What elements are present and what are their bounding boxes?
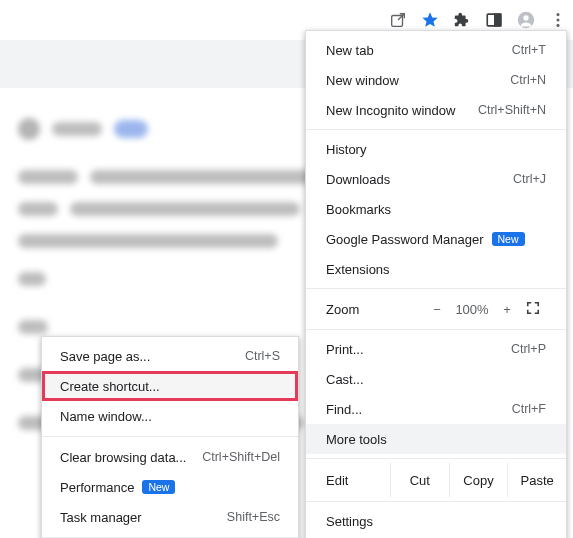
menu-find[interactable]: Find...Ctrl+F [306,394,566,424]
menu-downloads[interactable]: DownloadsCtrl+J [306,164,566,194]
new-badge: New [142,480,175,494]
menu-cast[interactable]: Cast... [306,364,566,394]
kebab-menu-icon[interactable] [549,11,567,29]
submenu-performance[interactable]: PerformanceNew [42,472,298,502]
menu-zoom: Zoom − 100% + [306,293,566,325]
svg-point-8 [556,24,559,27]
bookmark-star-icon[interactable] [421,11,439,29]
zoom-out-button[interactable]: − [424,302,450,317]
menu-edit-row: Edit Cut Copy Paste [306,463,566,497]
edit-cut[interactable]: Cut [390,463,449,497]
menu-extensions[interactable]: Extensions [306,254,566,284]
menu-bookmarks[interactable]: Bookmarks [306,194,566,224]
zoom-value: 100% [450,302,494,317]
edit-copy[interactable]: Copy [449,463,508,497]
svg-rect-3 [495,14,501,26]
menu-print[interactable]: Print...Ctrl+P [306,334,566,364]
submenu-clear-browsing[interactable]: Clear browsing data...Ctrl+Shift+Del [42,442,298,472]
submenu-task-manager[interactable]: Task managerShift+Esc [42,502,298,532]
svg-point-7 [556,18,559,21]
zoom-in-button[interactable]: + [494,302,520,317]
more-tools-submenu: Save page as...Ctrl+S Create shortcut...… [41,336,299,538]
side-panel-icon[interactable] [485,11,503,29]
menu-new-window[interactable]: New windowCtrl+N [306,65,566,95]
svg-point-6 [556,13,559,16]
menu-password-manager[interactable]: Google Password ManagerNew [306,224,566,254]
menu-settings[interactable]: Settings [306,506,566,536]
extensions-puzzle-icon[interactable] [453,11,471,29]
profile-avatar-icon[interactable] [517,11,535,29]
share-icon[interactable] [389,11,407,29]
menu-new-tab[interactable]: New tabCtrl+T [306,35,566,65]
new-badge: New [492,232,525,246]
menu-more-tools[interactable]: More tools [306,424,566,454]
submenu-name-window[interactable]: Name window... [42,401,298,431]
submenu-create-shortcut[interactable]: Create shortcut... [42,371,298,401]
menu-incognito[interactable]: New Incognito windowCtrl+Shift+N [306,95,566,125]
submenu-save-page[interactable]: Save page as...Ctrl+S [42,341,298,371]
edit-paste[interactable]: Paste [507,463,566,497]
fullscreen-icon[interactable] [520,301,546,318]
svg-point-5 [523,15,528,20]
menu-history[interactable]: History [306,134,566,164]
chrome-main-menu: New tabCtrl+T New windowCtrl+N New Incog… [305,30,567,538]
